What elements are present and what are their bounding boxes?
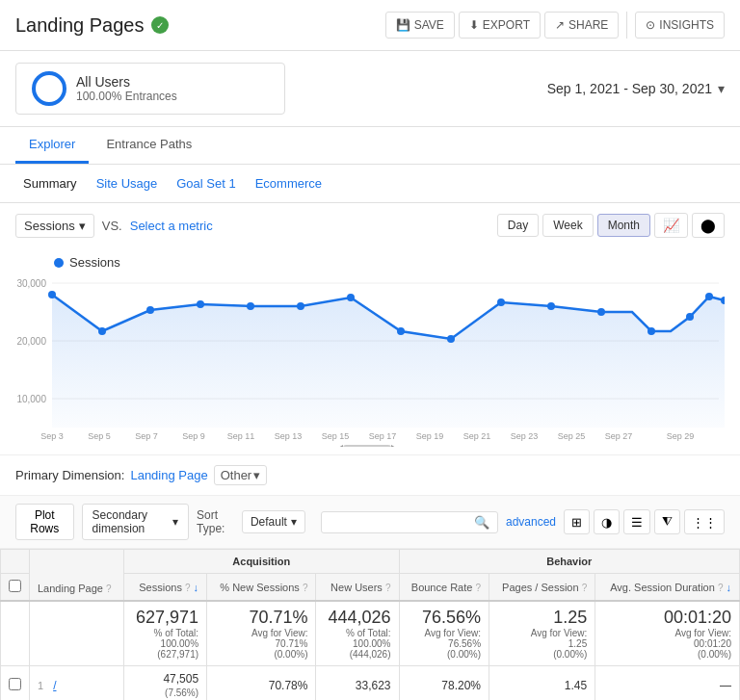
share-button[interactable]: ↗ SHARE xyxy=(544,12,619,39)
table-view-icons: ⊞ ◑ ☰ ⧨ ⋮⋮ xyxy=(564,509,725,534)
avg-duration-help-icon[interactable]: ? xyxy=(718,583,724,593)
svg-text:Sep 27: Sep 27 xyxy=(605,431,633,441)
segment-bar: All Users 100.00% Entrances Sep 1, 2021 … xyxy=(0,51,740,127)
pie-view-button[interactable]: ◑ xyxy=(594,509,620,534)
table-row: 1 / 47,505 (7.56%) 70.78% 33,623 78.20% … xyxy=(1,666,740,701)
export-button[interactable]: ⬇ EXPORT xyxy=(459,12,541,39)
date-range-picker[interactable]: Sep 1, 2021 - Sep 30, 2021 ▾ xyxy=(547,81,725,96)
sort-type-dropdown[interactable]: Default ▾ xyxy=(242,510,305,533)
tab-ecommerce[interactable]: Ecommerce xyxy=(248,172,330,194)
svg-point-11 xyxy=(297,302,304,310)
tab-explorer[interactable]: Explorer xyxy=(15,127,89,164)
svg-marker-37 xyxy=(338,445,343,447)
chevron-down-icon: ▾ xyxy=(718,81,725,96)
bounce-rate-help-icon[interactable]: ? xyxy=(475,583,481,593)
svg-point-6 xyxy=(48,291,56,298)
segment-circle-icon xyxy=(32,71,66,106)
summary-new-users: 444,026 % of Total: 100.00% (444,026) xyxy=(316,601,399,666)
other-label: Other xyxy=(221,468,252,482)
line-chart-button[interactable]: 📈 xyxy=(654,213,688,238)
tab-site-usage[interactable]: Site Usage xyxy=(89,172,166,194)
period-month-button[interactable]: Month xyxy=(597,214,650,237)
vs-label: VS. xyxy=(102,219,122,233)
new-users-help-icon[interactable]: ? xyxy=(385,583,391,593)
row1-page: 1 / xyxy=(30,666,124,701)
tabs-row1: Explorer Entrance Paths xyxy=(0,127,740,165)
metric-selector[interactable]: Sessions ▾ xyxy=(15,214,94,238)
svg-text:Sep 3: Sep 3 xyxy=(40,431,64,441)
header: Landing Pages ✓ 💾 SAVE ⬇ EXPORT ↗ SHARE … xyxy=(0,0,740,51)
sessions-help-icon[interactable]: ? xyxy=(185,583,191,593)
pct-new-sessions-col-header: % New Sessions ? xyxy=(207,574,316,602)
row1-checkbox[interactable] xyxy=(9,678,21,690)
row1-page-link[interactable]: / xyxy=(53,679,56,692)
row1-pct-new: 70.78% xyxy=(207,666,316,701)
row1-bounce: 78.20% xyxy=(399,666,489,701)
checkbox-all[interactable] xyxy=(1,574,30,602)
segment-pill[interactable]: All Users 100.00% Entrances xyxy=(15,63,285,115)
other-dimension-dropdown[interactable]: Other ▾ xyxy=(214,465,268,485)
svg-text:Sep 21: Sep 21 xyxy=(463,431,491,441)
checkbox-col-header xyxy=(1,550,30,574)
svg-text:Sep 13: Sep 13 xyxy=(275,431,303,441)
select-metric-link[interactable]: Select a metric xyxy=(130,219,213,233)
filter-button[interactable]: ⧨ xyxy=(654,509,680,534)
save-button[interactable]: 💾 SAVE xyxy=(385,12,455,39)
date-range-label: Sep 1, 2021 - Sep 30, 2021 xyxy=(547,81,712,96)
row1-pages: 1.45 xyxy=(489,666,595,701)
header-left: Landing Pages ✓ xyxy=(15,14,169,37)
summary-avg-duration: 00:01:20 Avg for View: 00:01:20 (0.00%) xyxy=(595,601,740,666)
behavior-group-header: Behavior xyxy=(399,550,740,574)
tab-summary[interactable]: Summary xyxy=(15,172,85,194)
svg-point-13 xyxy=(397,327,405,335)
data-table-wrapper: Landing Page ? Acquisition Behavior Sess… xyxy=(0,549,740,700)
svg-text:Sep 7: Sep 7 xyxy=(135,431,158,441)
period-day-button[interactable]: Day xyxy=(497,214,539,237)
row1-duration: — xyxy=(595,666,740,701)
list-view-button[interactable]: ☰ xyxy=(623,509,650,534)
acquisition-group-header: Acquisition xyxy=(124,550,399,574)
advanced-link[interactable]: advanced xyxy=(506,515,556,529)
svg-text:Sep 25: Sep 25 xyxy=(558,431,586,441)
row1-new-users: 33,623 xyxy=(316,666,399,701)
pct-new-sessions-help-icon[interactable]: ? xyxy=(303,583,308,593)
search-input[interactable] xyxy=(330,515,474,529)
sessions-legend-dot xyxy=(54,258,64,268)
pages-session-help-icon[interactable]: ? xyxy=(582,583,588,593)
summary-bounce-rate: 76.56% Avg for View: 76.56% (0.00%) xyxy=(399,601,489,666)
secondary-dimension-button[interactable]: Secondary dimension ▾ xyxy=(82,504,189,540)
period-week-button[interactable]: Week xyxy=(542,214,593,237)
chart-controls: Sessions ▾ VS. Select a metric Day Week … xyxy=(0,203,740,247)
sort-type-label: Sort Type: xyxy=(197,508,234,535)
insights-button[interactable]: ⊙ INSIGHTS xyxy=(635,12,725,39)
column-button[interactable]: ⋮⋮ xyxy=(684,509,725,534)
select-all-checkbox[interactable] xyxy=(9,580,21,592)
grid-view-button[interactable]: ⊞ xyxy=(564,509,590,534)
svg-text:Sep 15: Sep 15 xyxy=(322,431,350,441)
plot-rows-button[interactable]: Plot Rows xyxy=(15,504,74,540)
landing-page-help-icon[interactable]: ? xyxy=(106,583,112,594)
search-box[interactable]: 🔍 xyxy=(321,511,498,533)
primary-dim-value[interactable]: Landing Page xyxy=(130,468,207,482)
svg-text:Sep 11: Sep 11 xyxy=(227,431,255,441)
svg-text:Sep 9: Sep 9 xyxy=(182,431,205,441)
tab-goal-set-1[interactable]: Goal Set 1 xyxy=(169,172,243,194)
row1-check[interactable] xyxy=(1,666,30,701)
other-chevron-icon: ▾ xyxy=(253,468,260,482)
svg-text:Sep 19: Sep 19 xyxy=(416,431,444,441)
new-users-col-header: New Users ? xyxy=(316,574,399,602)
avg-duration-sort-icon: ↓ xyxy=(727,582,732,593)
svg-text:Sep 17: Sep 17 xyxy=(369,431,397,441)
pie-chart-button[interactable]: ⬤ xyxy=(692,213,725,238)
search-icon: 🔍 xyxy=(474,515,489,530)
segment-name: All Users xyxy=(76,74,177,90)
svg-point-10 xyxy=(247,302,254,310)
verified-icon: ✓ xyxy=(151,16,169,34)
pages-session-col-header: Pages / Session ? xyxy=(489,574,595,602)
svg-point-20 xyxy=(705,293,713,300)
svg-text:Sep 5: Sep 5 xyxy=(88,431,111,441)
bounce-rate-col-header: Bounce Rate ? xyxy=(399,574,489,602)
tab-entrance-paths[interactable]: Entrance Paths xyxy=(92,127,205,164)
svg-text:30,000: 30,000 xyxy=(16,278,46,289)
header-actions: 💾 SAVE ⬇ EXPORT ↗ SHARE ⊙ INSIGHTS xyxy=(385,12,725,39)
